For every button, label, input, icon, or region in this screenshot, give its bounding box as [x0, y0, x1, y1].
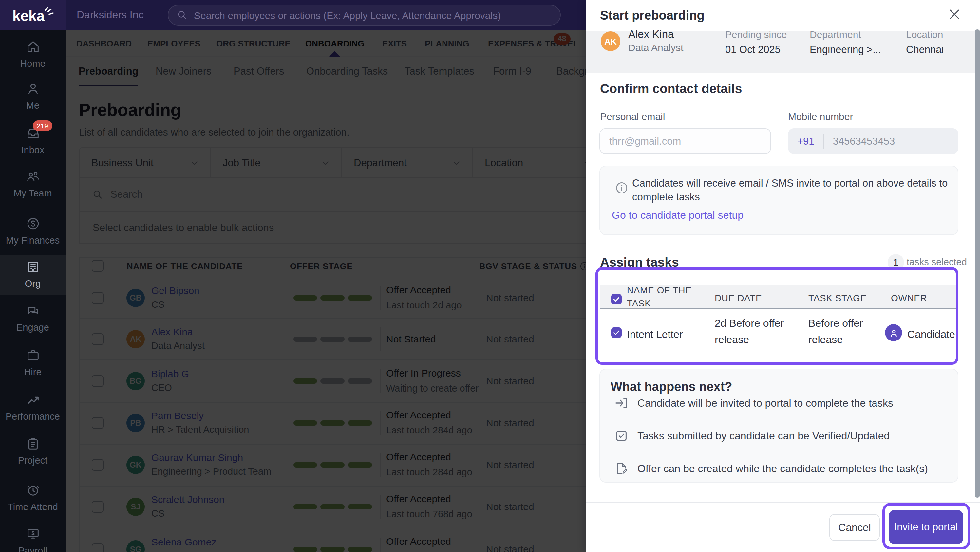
- building-icon: [29, 263, 37, 272]
- keka-logo[interactable]: keka: [0, 0, 65, 30]
- pending-since-label: Pending since: [725, 29, 787, 40]
- sidebar: keka Home Me 219 Inbox My Team My Financ…: [0, 0, 65, 552]
- sidebar-item-payroll[interactable]: Payroll: [0, 527, 65, 552]
- tasks-selected-label: tasks selected: [907, 257, 967, 267]
- owner-avatar: [885, 324, 902, 341]
- location-value: Chennai: [906, 44, 944, 56]
- next-item-text: Tasks submitted by candidate can be Veri…: [637, 430, 889, 442]
- personal-email-input[interactable]: thrr@gmail.com: [600, 128, 771, 154]
- task-name: Intent Letter: [627, 326, 683, 343]
- sidebar-item-label: My Finances: [6, 235, 60, 246]
- sidebar-item-inbox[interactable]: 219 Inbox: [0, 126, 65, 155]
- department: Department Engineering >...: [810, 29, 881, 56]
- sidebar-item-engage[interactable]: Engage: [0, 303, 65, 333]
- payroll-icon: [28, 530, 38, 539]
- task-column-stage: TASK STAGE: [808, 292, 867, 305]
- country-code: +91: [797, 135, 815, 147]
- task-column-owner: OWNER: [891, 292, 927, 305]
- sidebar-item-hire[interactable]: Hire: [0, 348, 65, 377]
- sidebar-item-my-team[interactable]: My Team: [0, 169, 65, 198]
- email-placeholder: thrr@gmail.com: [609, 135, 681, 147]
- home-icon: [28, 42, 38, 52]
- divider: [586, 502, 980, 503]
- trend-up-icon: [28, 397, 38, 403]
- candidate-portal-setup-link[interactable]: Go to candidate portal setup: [612, 209, 743, 221]
- next-item-text: Candidate will be invited to portal to c…: [637, 397, 893, 409]
- task-owner: Candidate: [907, 326, 955, 343]
- task-column-name: NAME OF THE TASK: [627, 284, 709, 310]
- task-due: 2d Before offer release: [715, 315, 793, 348]
- task-column-due: DUE DATE: [715, 292, 762, 305]
- assign-tasks-header: NAME OF THE TASK DUE DATE TASK STAGE OWN…: [600, 285, 958, 309]
- dollar-circle-icon: [27, 218, 38, 228]
- check-icon: [614, 331, 619, 335]
- company-name[interactable]: Darksiders Inc: [76, 0, 144, 30]
- global-search-placeholder: Search employees or actions (Ex: Apply L…: [194, 10, 501, 21]
- department-value: Engineering >...: [810, 44, 881, 56]
- person-icon: [891, 330, 896, 336]
- tasks-selected-count: 1: [888, 254, 904, 270]
- file-edit-icon: [617, 463, 627, 474]
- drawer-title: Start preboarding: [600, 8, 705, 23]
- sidebar-item-label: Time Attend: [8, 501, 58, 512]
- pending-since-value: 01 Oct 2025: [725, 44, 787, 56]
- inbox-icon: [28, 130, 38, 138]
- start-preboarding-drawer: Start preboarding AK Alex Kina Data Anal…: [586, 0, 980, 552]
- chat-icon: [28, 307, 38, 314]
- department-label: Department: [810, 29, 881, 40]
- sidebar-item-label: Inbox: [21, 145, 45, 155]
- candidate-avatar: AK: [601, 32, 620, 51]
- mobile-value: 34563453453: [833, 135, 895, 147]
- sidebar-item-home[interactable]: Home: [0, 39, 65, 69]
- personal-email-label: Personal email: [600, 111, 665, 122]
- what-happens-next: What happens next? Candidate will be inv…: [600, 369, 958, 482]
- what-next-heading: What happens next?: [611, 380, 732, 394]
- close-icon[interactable]: [947, 7, 962, 22]
- check-icon: [614, 298, 619, 301]
- invite-info-note: Candidates will receive email / SMS invi…: [600, 166, 958, 235]
- task-stage: Before offer release: [808, 315, 874, 348]
- app: keka Home Me 219 Inbox My Team My Financ…: [0, 0, 980, 552]
- pending-since: Pending since 01 Oct 2025: [725, 29, 787, 56]
- sidebar-item-label: Performance: [6, 411, 60, 422]
- sidebar-item-my-finances[interactable]: My Finances: [0, 216, 65, 246]
- select-all-tasks-checkbox[interactable]: [611, 294, 622, 305]
- divider: [824, 134, 824, 148]
- mobile-number-input[interactable]: +91 34563453453: [788, 128, 958, 154]
- briefcase-icon: [28, 351, 38, 360]
- team-icon: [27, 172, 38, 181]
- login-arrow-icon: [616, 398, 627, 408]
- logo-text: keka: [13, 8, 45, 24]
- cancel-button[interactable]: Cancel: [829, 514, 880, 541]
- sidebar-item-project[interactable]: Project: [0, 436, 65, 466]
- info-icon: [616, 183, 627, 193]
- task-checkbox[interactable]: [611, 327, 622, 338]
- sidebar-item-label: Hire: [24, 367, 41, 377]
- sidebar-item-performance[interactable]: Performance: [0, 392, 65, 422]
- check-square-icon: [617, 431, 626, 441]
- location-label: Location: [906, 29, 944, 40]
- search-icon: [178, 11, 186, 19]
- mobile-number-label: Mobile number: [788, 111, 853, 122]
- confirm-contact-heading: Confirm contact details: [600, 81, 742, 96]
- sidebar-item-me[interactable]: Me: [0, 81, 65, 111]
- sidebar-item-label: Home: [20, 58, 45, 69]
- global-search-input[interactable]: Search employees or actions (Ex: Apply L…: [168, 5, 561, 25]
- invite-to-portal-button[interactable]: Invite to portal: [889, 510, 963, 544]
- sidebar-item-label: My Team: [13, 188, 52, 198]
- candidate-name: Alex Kina: [628, 28, 674, 40]
- sidebar-item-label: Payroll: [18, 546, 48, 552]
- next-item-invite: Candidate will be invited to portal to c…: [614, 395, 893, 411]
- clock-icon: [27, 486, 38, 495]
- clipboard-icon: [29, 439, 37, 449]
- person-icon: [29, 84, 37, 93]
- candidate-summary: AK Alex Kina Data Analyst Pending since …: [586, 30, 980, 72]
- sidebar-item-label: Org: [25, 278, 41, 289]
- drawer-scrollbar[interactable]: [974, 30, 980, 498]
- sidebar-item-label: Engage: [16, 322, 49, 333]
- sidebar-item-org[interactable]: Org: [0, 259, 65, 289]
- sidebar-item-time-attend[interactable]: Time Attend: [0, 482, 65, 512]
- candidate-role: Data Analyst: [628, 42, 683, 53]
- next-item-text: Offer can be created while the candidate…: [637, 463, 928, 474]
- sidebar-item-label: Me: [26, 100, 39, 111]
